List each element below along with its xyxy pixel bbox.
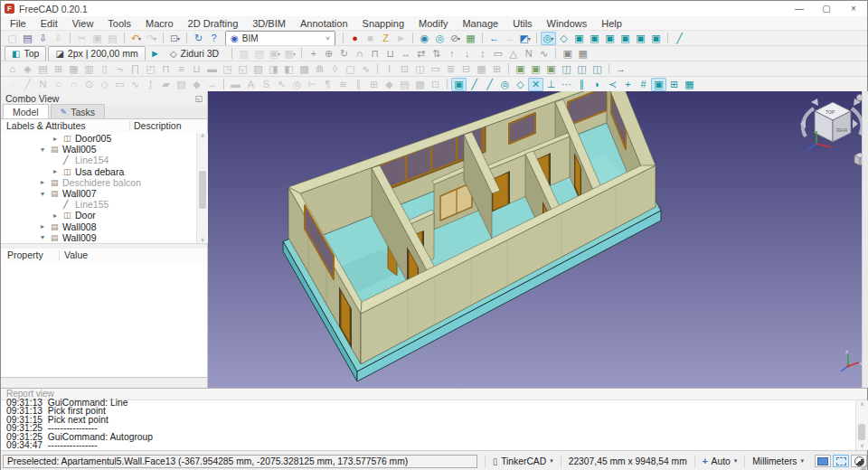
ifc-import-icon[interactable]: ▣ <box>513 62 528 76</box>
model-tree[interactable]: ▸◫Door005▾▤Wall005╱Line154▸◫Usa debara▸▤… <box>1 133 196 243</box>
minimize-button[interactable]: — <box>786 2 813 16</box>
bim-next-view-icon[interactable]: → <box>613 62 628 76</box>
add-construction-icon[interactable]: ▣ <box>560 47 575 61</box>
bim-level-icon[interactable]: ⊞ <box>51 62 66 76</box>
workbench-selector[interactable]: ◉BIM˅ <box>225 31 335 46</box>
scroll-up-icon[interactable]: ˄ <box>856 401 868 408</box>
tree-item-usa-debara[interactable]: ▸◫Usa debara <box>1 166 196 177</box>
view-left-icon[interactable]: ▣ <box>648 32 664 45</box>
bim-views-icon[interactable]: ⊞ <box>489 62 505 76</box>
bim-drawing-view-icon[interactable]: ▭ <box>428 62 443 76</box>
bim-wall-icon[interactable]: ▥ <box>81 62 97 76</box>
snap-grid-icon[interactable]: # <box>636 78 651 91</box>
macro-play-icon[interactable]: ► <box>393 32 409 45</box>
annotation-panel-icon[interactable]: ▬ <box>228 78 243 91</box>
bim-section-plane-icon[interactable]: ◫ <box>412 62 428 76</box>
menu-windows[interactable]: Windows <box>540 17 595 30</box>
bim-space-icon[interactable]: ▦ <box>66 62 81 76</box>
upgrade-icon[interactable]: ↑ <box>444 47 459 61</box>
bim-building-icon[interactable]: ▤ <box>35 62 51 76</box>
rotate-icon[interactable]: ↻ <box>336 47 352 61</box>
viewport-3d[interactable]: TOP REAR z x <box>208 91 862 388</box>
menu-snapping[interactable]: Snapping <box>355 17 412 30</box>
draft-circle-icon[interactable]: ○ <box>51 78 66 91</box>
annotation-text-icon[interactable]: A <box>243 78 259 91</box>
resize-grip[interactable]: ◢ <box>860 462 866 470</box>
texture-icon[interactable]: ▦ <box>463 32 478 45</box>
view-right-icon[interactable]: ▣ <box>602 32 618 45</box>
view-preset-button[interactable]: ◧Top <box>5 46 46 61</box>
bim-column-icon[interactable]: ¬ <box>112 62 127 76</box>
snap-parallel-icon[interactable]: ∥ <box>574 78 590 91</box>
bim-panel-icon[interactable]: ▬ <box>204 62 220 76</box>
snap-intersection-icon[interactable]: ✕ <box>528 78 543 91</box>
ifc-sync-icon[interactable]: ▣ <box>543 62 559 76</box>
menu-macro[interactable]: Macro <box>138 17 181 30</box>
menu-tools[interactable]: Tools <box>100 17 138 30</box>
save-as-icon[interactable]: ⇩ <box>51 32 66 45</box>
draw-style-icon[interactable]: ⊘▾ <box>448 32 463 45</box>
snap-midpoint-icon[interactable]: ╱ <box>482 78 497 91</box>
snap-working-plane-icon[interactable]: ▣ <box>651 78 666 91</box>
chevron-right-icon[interactable]: ▸ <box>41 178 51 186</box>
bim-slab-icon[interactable]: ◰ <box>143 62 158 76</box>
edit-icon[interactable]: ▭ <box>490 47 505 61</box>
draft-polygon-icon[interactable]: ◇ <box>97 78 112 91</box>
move-icon[interactable]: + <box>306 47 321 61</box>
annotation-hatch-icon[interactable]: ▩ <box>412 78 428 91</box>
snap-mode-selector[interactable]: + Auto ▾ <box>694 455 745 468</box>
snap-center-icon[interactable]: ◎ <box>497 78 513 91</box>
tab-model[interactable]: Model <box>3 104 49 118</box>
bim-roof-icon[interactable]: ⊔ <box>189 62 204 76</box>
macro-stop-icon[interactable]: ■ <box>363 32 378 45</box>
scrollbar-thumb[interactable] <box>858 424 865 440</box>
bim-text-icon[interactable]: I <box>382 62 397 76</box>
view-top-icon[interactable]: ▣ <box>587 32 602 45</box>
draft-bspline-icon[interactable]: ∿ <box>127 78 143 91</box>
tree-item-line155[interactable]: ╱Line155 <box>1 199 196 210</box>
scrollbar-thumb[interactable] <box>199 171 206 209</box>
bim-fence-icon[interactable]: ◱ <box>235 62 250 76</box>
chevron-right-icon[interactable]: ▸ <box>53 135 63 143</box>
tree-scrollbar[interactable]: ˄ ˅ <box>196 133 208 243</box>
chevron-down-icon[interactable]: ▾ <box>41 233 51 241</box>
chevron-right-icon[interactable]: ▸ <box>53 212 63 220</box>
snap-special-icon[interactable]: ◗ <box>590 78 605 91</box>
toggle-construction-icon[interactable]: ▦ <box>575 47 590 61</box>
draft-polyline-icon[interactable]: N <box>35 78 51 91</box>
bim-equipment-icon[interactable]: ◨ <box>266 62 281 76</box>
menu-edit[interactable]: Edit <box>33 17 65 30</box>
annotation-grid-icon[interactable]: ¶ <box>320 78 335 91</box>
scroll-down-icon[interactable]: ˅ <box>856 443 868 449</box>
bim-rebar-icon[interactable]: ▩ <box>297 62 312 76</box>
tree-item-wall009[interactable]: ▾▤Wall009 <box>1 232 196 243</box>
open-file-icon[interactable]: ▤ <box>20 32 35 45</box>
tree-item-wall007[interactable]: ▾▤Wall007 <box>1 188 196 199</box>
chevron-down-icon[interactable]: ▾ <box>41 190 51 198</box>
shape-2d-view-icon[interactable]: N <box>521 47 536 61</box>
clone-icon[interactable]: ▣▾ <box>267 47 282 61</box>
nav-forward-icon[interactable]: → <box>502 32 517 45</box>
move-to-group-icon[interactable]: ▦▾ <box>282 47 297 61</box>
draft-facebinder-icon[interactable]: ▰ <box>158 78 174 91</box>
selection-box-icon[interactable] <box>833 455 849 467</box>
bim-frame-icon[interactable]: ◳ <box>220 62 235 76</box>
property-editor[interactable] <box>1 262 207 378</box>
draft-to-sketch-icon[interactable]: ∿ <box>536 47 552 61</box>
scroll-down-icon[interactable]: ˅ <box>197 237 208 243</box>
bim-views-manager-icon[interactable]: ◫ <box>590 62 605 76</box>
annotation-section-icon[interactable]: ≋ <box>335 78 351 91</box>
bim-truss-icon[interactable]: ▧ <box>250 62 266 76</box>
scroll-up-icon[interactable]: ˄ <box>197 133 208 139</box>
chevron-right-icon[interactable]: ▸ <box>41 222 51 230</box>
draft-point-icon[interactable]: ∙ <box>5 78 20 91</box>
tree-item-wall005[interactable]: ▾▤Wall005 <box>1 144 196 155</box>
screen-icon[interactable] <box>815 455 831 467</box>
draft-ellipse-icon[interactable]: ⊙ <box>81 78 97 91</box>
draft-line-icon[interactable]: ╱ <box>20 78 35 91</box>
view-rear-icon[interactable]: ▣ <box>618 32 633 45</box>
annotation-axis-system-icon[interactable]: ⊢ <box>305 78 320 91</box>
zoom-fit-icon[interactable]: ◉ <box>417 32 432 45</box>
copy-icon[interactable]: ▣ <box>90 32 105 45</box>
tree-item-wall008[interactable]: ▸▤Wall008 <box>1 221 196 232</box>
